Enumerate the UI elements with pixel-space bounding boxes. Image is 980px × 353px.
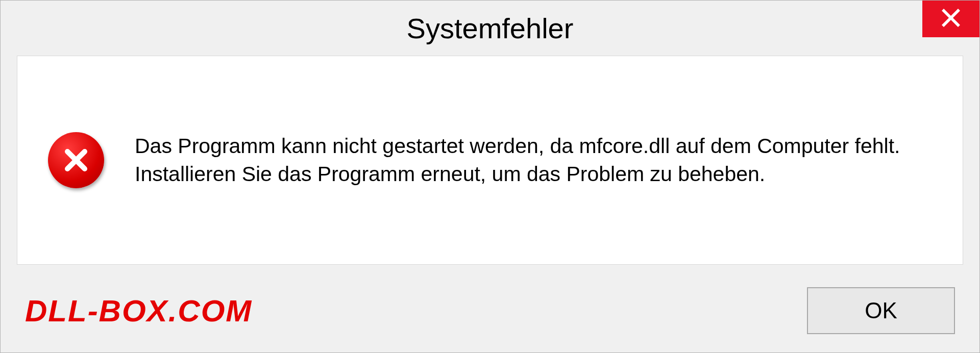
- close-button[interactable]: [922, 1, 979, 37]
- error-icon: [48, 132, 104, 188]
- content-panel: Das Programm kann nicht gestartet werden…: [17, 56, 963, 265]
- dialog-title: Systemfehler: [407, 12, 574, 45]
- dialog-footer: DLL-BOX.COM OK: [1, 281, 979, 352]
- watermark-text: DLL-BOX.COM: [25, 293, 252, 329]
- ok-button[interactable]: OK: [807, 287, 955, 334]
- titlebar: Systemfehler: [1, 1, 979, 56]
- close-icon: [940, 7, 962, 31]
- error-message: Das Programm kann nicht gestartet werden…: [135, 132, 932, 189]
- error-dialog: Systemfehler Das Programm kann nicht ges…: [0, 0, 980, 353]
- ok-button-label: OK: [865, 298, 897, 323]
